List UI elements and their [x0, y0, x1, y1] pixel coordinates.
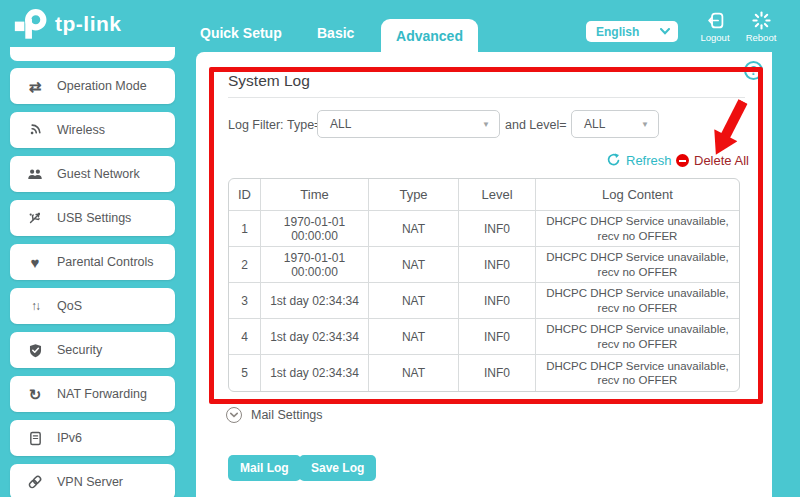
log-filter-label: Log Filter:: [228, 118, 284, 132]
language-value: English: [596, 25, 639, 39]
sidebar-item-label: IPv6: [57, 431, 82, 445]
reboot-label: Reboot: [746, 32, 777, 43]
cell-id: 2: [229, 247, 261, 283]
cell-time: 1970-01-01 00:00:00: [261, 211, 369, 247]
cell-type: NAT: [369, 211, 459, 247]
cell-level: INF0: [459, 211, 536, 247]
reboot-icon: [752, 11, 771, 30]
log-table: ID Time Type Level Log Content 1 1970-01…: [228, 178, 740, 392]
sidebar-item-label: Security: [57, 343, 102, 357]
nat-forwarding-icon: ↻: [25, 387, 45, 402]
table-header-log-content: Log Content: [536, 179, 739, 211]
cell-type: NAT: [369, 283, 459, 319]
cell-type: NAT: [369, 319, 459, 355]
sidebar-item-label: Wireless: [57, 123, 105, 137]
sidebar-item-usb-settings[interactable]: USB Settings: [10, 200, 175, 236]
usb-icon: [25, 209, 45, 227]
sidebar-item-label: QoS: [57, 299, 82, 313]
logo-text: tp-link: [55, 12, 122, 36]
level-label: and Level=: [505, 118, 567, 132]
reboot-button[interactable]: Reboot: [738, 11, 784, 43]
cell-level: INF0: [459, 319, 536, 355]
type-select-value: ALL: [330, 117, 351, 131]
cell-log-content: DHCPC DHCP Service unavailable, recv no …: [536, 211, 739, 247]
cell-time: 1st day 02:34:34: [261, 319, 369, 355]
cell-log-content: DHCPC DHCP Service unavailable, recv no …: [536, 283, 739, 319]
refresh-button[interactable]: Refresh: [606, 153, 672, 168]
sidebar-item-label: Parental Controls: [57, 255, 154, 269]
level-select[interactable]: ALL ▼: [571, 110, 659, 138]
parental-controls-icon: ♥: [25, 255, 45, 270]
help-icon[interactable]: ?: [744, 61, 763, 80]
cell-type: NAT: [369, 355, 459, 391]
operation-mode-icon: ⇄: [25, 79, 45, 94]
page-title: System Log: [228, 72, 310, 90]
table-header-time: Time: [261, 179, 369, 211]
sidebar-item-ipv6[interactable]: IPv6: [10, 420, 175, 456]
cell-time: 1st day 02:34:34: [261, 283, 369, 319]
cell-level: INF0: [459, 283, 536, 319]
cell-log-content: DHCPC DHCP Service unavailable, recv no …: [536, 247, 739, 283]
router-admin-page: tp-link Quick Setup Basic Advanced Engli…: [0, 0, 800, 497]
sidebar-item-wireless[interactable]: Wireless: [10, 112, 175, 148]
cell-log-content: DHCPC DHCP Service unavailable, recv no …: [536, 355, 739, 391]
logout-icon: [706, 11, 725, 30]
tplink-logo: tp-link: [12, 7, 122, 40]
cell-time: 1970-01-01 00:00:00: [261, 247, 369, 283]
sidebar-item-vpn-server[interactable]: VPN Server: [10, 464, 175, 497]
delete-all-button[interactable]: Delete All: [676, 153, 749, 168]
security-shield-icon: [25, 342, 45, 359]
refresh-label: Refresh: [626, 153, 672, 168]
save-log-button[interactable]: Save Log: [299, 455, 376, 481]
caret-down-icon: ▼: [482, 120, 490, 129]
qos-icon: ↑↓: [25, 300, 45, 312]
logout-button[interactable]: Logout: [692, 11, 738, 43]
sidebar-item-label: Operation Mode: [57, 79, 147, 93]
delete-all-label: Delete All: [694, 153, 749, 168]
cell-level: INF0: [459, 355, 536, 391]
sidebar-item-label: USB Settings: [57, 211, 131, 225]
tab-advanced[interactable]: Advanced: [381, 19, 478, 52]
cell-type: NAT: [369, 247, 459, 283]
sidebar-item-guest-network[interactable]: Guest Network: [10, 156, 175, 192]
tab-quick-setup[interactable]: Quick Setup: [200, 25, 282, 41]
sidebar-item-qos[interactable]: ↑↓ QoS: [10, 288, 175, 324]
cell-level: INF0: [459, 247, 536, 283]
cell-id: 5: [229, 355, 261, 391]
refresh-icon: [606, 153, 621, 168]
mail-log-button[interactable]: Mail Log: [228, 455, 301, 481]
wireless-icon: [25, 121, 45, 139]
sidebar-item-parental-controls[interactable]: ♥ Parental Controls: [10, 244, 175, 280]
cell-log-content: DHCPC DHCP Service unavailable, recv no …: [536, 319, 739, 355]
guest-network-icon: [25, 165, 45, 183]
caret-down-icon: ▼: [641, 120, 649, 129]
type-select[interactable]: ALL ▼: [317, 110, 500, 138]
sidebar-item-label: Guest Network: [57, 167, 140, 181]
table-header-level: Level: [459, 179, 536, 211]
mail-settings-toggle[interactable]: Mail Settings: [226, 407, 323, 423]
delete-minus-icon: [676, 154, 689, 167]
sidebar-item-operation-mode[interactable]: ⇄ Operation Mode: [10, 68, 175, 104]
ipv6-document-icon: [25, 430, 45, 447]
table-header-id: ID: [229, 179, 261, 211]
cell-id: 4: [229, 319, 261, 355]
chevron-down-icon: [660, 28, 670, 35]
sidebar-item-partial: [10, 47, 175, 61]
table-header-type: Type: [369, 179, 459, 211]
tplink-logo-icon: [12, 7, 50, 40]
logout-label: Logout: [700, 32, 729, 43]
cell-time: 1st day 02:34:34: [261, 355, 369, 391]
cell-id: 1: [229, 211, 261, 247]
title-divider: [228, 97, 745, 98]
mail-settings-label: Mail Settings: [251, 408, 323, 422]
vpn-link-icon: [25, 473, 45, 491]
level-select-value: ALL: [584, 117, 605, 131]
sidebar-item-security[interactable]: Security: [10, 332, 175, 368]
language-select[interactable]: English: [586, 21, 678, 42]
sidebar-item-nat-forwarding[interactable]: ↻ NAT Forwarding: [10, 376, 175, 412]
chevron-down-circle-icon: [226, 407, 242, 423]
system-log-panel: System Log ? Log Filter: Type= ALL ▼ and…: [196, 52, 772, 497]
cell-id: 3: [229, 283, 261, 319]
tab-basic[interactable]: Basic: [317, 25, 354, 41]
sidebar-item-label: VPN Server: [57, 475, 123, 489]
